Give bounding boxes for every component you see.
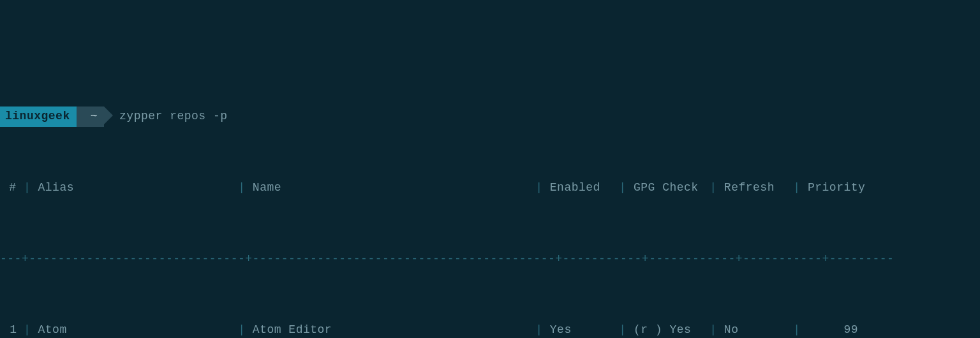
cell-name: Atom Editor xyxy=(253,321,528,338)
table-body: 1 | Atom | Atom Editor | Yes | (r ) Yes … xyxy=(0,321,980,338)
col-header-gpg: GPG Check xyxy=(634,179,702,197)
terminal-window[interactable]: linuxgeek ~ zypper repos -p # | Alias | … xyxy=(0,71,980,338)
prompt-command[interactable]: zypper repos -p xyxy=(104,108,228,126)
cell-gpg: (r ) Yes xyxy=(634,321,702,338)
cell-enabled: Yes xyxy=(550,321,612,338)
col-header-refresh: Refresh xyxy=(724,179,786,197)
col-header-num: # xyxy=(3,179,17,197)
table-divider: ---+------------------------------+-----… xyxy=(0,251,980,268)
prompt-path: ~ xyxy=(77,107,104,127)
col-header-name: Name xyxy=(253,179,528,197)
cell-priority: 99 xyxy=(808,321,863,338)
col-header-enabled: Enabled xyxy=(550,179,612,197)
cell-alias: Atom xyxy=(38,321,231,338)
col-header-alias: Alias xyxy=(38,179,231,197)
prompt-host: linuxgeek xyxy=(0,107,77,127)
table-row: 1 | Atom | Atom Editor | Yes | (r ) Yes … xyxy=(0,321,980,338)
prompt-line: linuxgeek ~ zypper repos -p xyxy=(0,108,980,126)
col-header-priority: Priority xyxy=(808,179,863,197)
cell-num: 1 xyxy=(3,321,17,338)
table-header-row: # | Alias | Name | Enabled | GPG Check |… xyxy=(0,179,980,197)
cell-refresh: No xyxy=(724,321,786,338)
